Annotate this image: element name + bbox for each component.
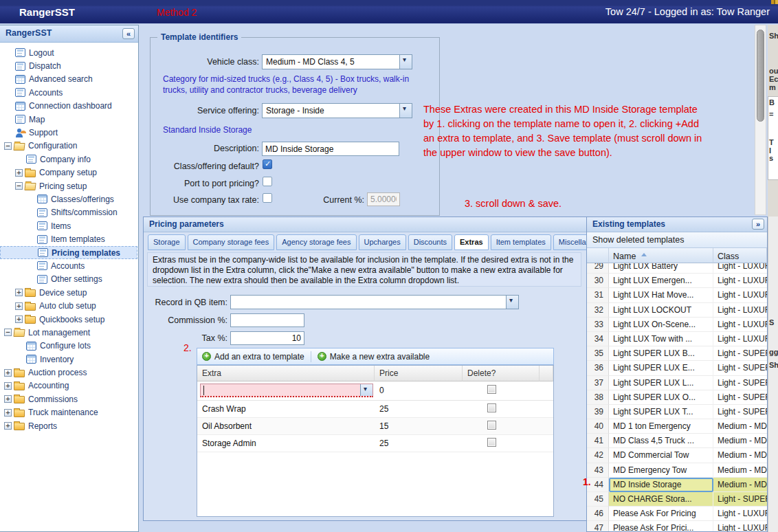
new-extra-price[interactable]: 0 <box>379 386 384 395</box>
sidebar-item-pricing-setup[interactable]: −Pricing setup <box>0 179 137 192</box>
template-name[interactable]: Light SUPER LUX L... <box>609 376 713 390</box>
sidebar-item-logout[interactable]: Logout <box>0 46 137 59</box>
extra-cell[interactable]: Crash Wrap <box>197 404 375 414</box>
template-name[interactable]: Light LUX Hat Move... <box>609 288 713 302</box>
record-qb-select[interactable] <box>230 295 519 309</box>
tab-miscellaneous[interactable]: Miscellaneous <box>553 234 588 250</box>
template-name[interactable]: Please Ask For Pricing <box>609 507 713 521</box>
sidebar-item-accounting[interactable]: +Accounting <box>0 379 137 392</box>
tab-storage[interactable]: Storage <box>148 234 186 250</box>
template-row[interactable]: 33Light LUX On-Scene...Light - LUXURY <box>587 318 767 332</box>
template-name[interactable]: MD Commercial Tow <box>609 448 713 463</box>
expand-plus-icon[interactable]: + <box>4 409 12 417</box>
sidebar-item-truck-maintenance[interactable]: +Truck maintenance <box>0 406 137 419</box>
price-cell[interactable]: 15 <box>375 421 463 431</box>
sidebar-item-item-templates[interactable]: Item templates <box>0 232 137 245</box>
sidebar-item-support[interactable]: Support <box>0 126 137 139</box>
template-name[interactable]: MD Emergency Tow <box>609 463 713 478</box>
template-row[interactable]: 44MD Inside StorageMedium - MD C <box>587 478 767 492</box>
template-row[interactable]: 37Light SUPER LUX L...Light - SUPER L <box>587 376 767 390</box>
delete-column-header[interactable]: Delete? <box>463 366 540 381</box>
extra-cell[interactable]: Storage Admin <box>197 439 375 448</box>
template-row[interactable]: 45NO CHARGE Stora...Light - SUPER L <box>587 492 767 507</box>
sidebar-item-inventory[interactable]: Inventory <box>0 353 137 366</box>
delete-checkbox[interactable] <box>487 438 496 447</box>
collapse-minus-icon[interactable]: − <box>15 182 23 190</box>
description-input[interactable] <box>262 142 399 156</box>
sidebar-item-dispatch[interactable]: Dispatch <box>0 59 137 72</box>
sidebar-item-pricing-templates[interactable]: Pricing templates <box>0 246 137 259</box>
tab-upcharges[interactable]: Upcharges <box>359 234 406 250</box>
chevron-down-icon[interactable] <box>399 104 412 118</box>
template-name[interactable]: Please Ask For Prici... <box>609 521 713 531</box>
sidebar-item-connection-dashboard[interactable]: Connection dashboard <box>0 100 137 113</box>
collapse-minus-icon[interactable]: − <box>4 142 12 150</box>
tab-extras[interactable]: Extras <box>454 234 489 250</box>
port-to-port-checkbox[interactable] <box>263 177 272 186</box>
sidebar-item-accounts[interactable]: Accounts <box>0 259 137 272</box>
tab-item-templates[interactable]: Item templates <box>491 234 551 250</box>
delete-checkbox[interactable] <box>487 421 496 430</box>
expand-plus-icon[interactable]: + <box>4 382 12 390</box>
chevron-down-icon[interactable] <box>360 384 373 396</box>
delete-checkbox[interactable] <box>487 385 496 394</box>
tab-discounts[interactable]: Discounts <box>408 234 452 250</box>
template-row[interactable]: 38Light SUPER LUX O...Light - SUPER L <box>587 390 767 405</box>
sidebar-item-lot-management[interactable]: −Lot management <box>0 326 137 339</box>
sidebar-item-shifts-commission[interactable]: Shifts/commission <box>0 206 137 219</box>
sidebar-item-company-setup[interactable]: +Company setup <box>0 166 137 179</box>
template-row[interactable]: 29Light LUX BatteryLight - LUXURY <box>587 263 767 274</box>
tab-agency-storage-fees[interactable]: Agency storage fees <box>276 234 356 250</box>
template-row[interactable]: 31Light LUX Hat Move...Light - LUXURY <box>587 288 767 302</box>
price-cell[interactable]: 25 <box>375 404 463 414</box>
delete-checkbox[interactable] <box>487 403 496 412</box>
sidebar-item-commissions[interactable]: +Commissions <box>0 392 137 406</box>
template-row[interactable]: 30Light LUX Emergen...Light - LUXURY <box>587 274 767 288</box>
template-name[interactable]: Light LUX On-Scene... <box>609 318 713 332</box>
tax-input[interactable] <box>230 331 304 345</box>
template-row[interactable]: 47Please Ask For Prici...Light - LUXURY <box>587 521 767 531</box>
template-name[interactable]: Light SUPER LUX T... <box>609 405 713 419</box>
class-offering-default-checkbox[interactable] <box>263 159 272 169</box>
class-column-header[interactable]: Class <box>713 248 767 263</box>
expand-plus-icon[interactable]: + <box>15 169 23 177</box>
show-deleted-templates-button[interactable]: Show deleted templates <box>587 232 767 248</box>
template-name[interactable]: Light SUPER LUX B... <box>609 346 713 361</box>
sidebar-item-company-info[interactable]: Company info <box>0 153 137 166</box>
template-row[interactable]: 42MD Commercial TowMedium - MD 1 <box>587 448 767 463</box>
extra-cell[interactable]: Oil Absorbent <box>197 421 375 431</box>
template-row[interactable]: 39Light SUPER LUX T...Light - SUPER L <box>587 405 767 419</box>
template-name[interactable]: MD Inside Storage <box>609 478 713 492</box>
template-row[interactable]: 46Please Ask For PricingLight - LUXURY <box>587 507 767 521</box>
template-name[interactable]: Light LUX Tow with ... <box>609 332 713 346</box>
template-row[interactable]: 32Light LUX LOCKOUTLight - LUXURY <box>587 303 767 318</box>
extra-column-header[interactable]: Extra <box>197 366 375 381</box>
sidebar-item-reports[interactable]: +Reports <box>0 419 137 432</box>
add-extra-button[interactable]: Add an extra to template <box>202 352 304 362</box>
expand-plus-icon[interactable]: + <box>4 395 12 403</box>
template-row[interactable]: 40MD 1 ton EmergencyMedium - MD 1 <box>587 419 767 434</box>
sidebar-item-auto-club-setup[interactable]: +Auto club setup <box>0 299 137 312</box>
scrollbar-thumb[interactable] <box>757 30 764 122</box>
template-name[interactable]: MD 1 ton Emergency <box>609 419 713 434</box>
sidebar-item-configuration[interactable]: −Configuration <box>0 140 137 153</box>
chevron-down-icon[interactable] <box>399 55 412 69</box>
sidebar-item-classes-offerings[interactable]: Classes/offerings <box>0 192 137 206</box>
expand-panel-button[interactable]: » <box>752 219 764 230</box>
new-extra-combobox[interactable] <box>200 384 373 397</box>
chevron-down-icon[interactable] <box>506 296 518 309</box>
collapse-minus-icon[interactable]: − <box>4 329 12 336</box>
expand-plus-icon[interactable]: + <box>4 369 12 377</box>
sidebar-item-map[interactable]: Map <box>0 113 137 126</box>
service-offering-select[interactable]: Storage - Inside <box>262 103 412 118</box>
sidebar-item-items[interactable]: Items <box>0 219 137 232</box>
template-row[interactable]: 36Light SUPER LUX E...Light - SUPER L <box>587 361 767 375</box>
template-name[interactable]: MD Class 4,5 Truck ... <box>609 434 713 448</box>
template-name[interactable]: Light SUPER LUX E... <box>609 361 713 375</box>
sidebar-item-accounts[interactable]: Accounts <box>0 86 137 99</box>
template-name[interactable]: NO CHARGE Stora... <box>609 492 713 507</box>
make-extra-button[interactable]: Make a new extra available <box>318 352 430 362</box>
template-row[interactable]: 35Light SUPER LUX B...Light - SUPER L <box>587 346 767 361</box>
template-row[interactable]: 43MD Emergency TowMedium - MD 1 <box>587 463 767 478</box>
collapse-sidebar-button[interactable]: « <box>122 28 135 39</box>
